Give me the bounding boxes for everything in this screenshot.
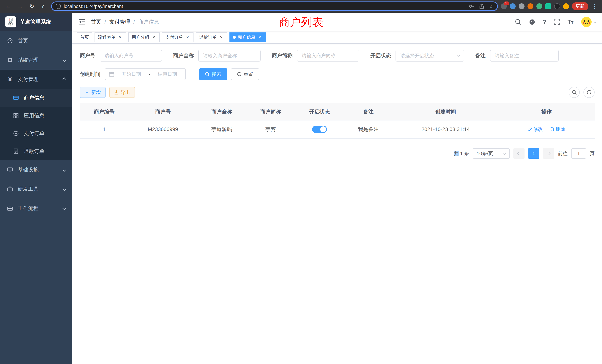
bookmark-star-icon[interactable]: ☆: [489, 3, 493, 10]
share-icon[interactable]: [479, 3, 484, 9]
browser-toolbar: ← → ↻ ⌂ i localhost:1024/pay/merchant ☆ …: [0, 0, 602, 13]
table-header-row: 商户编号 商户号 商户全称 商户简称 开启状态 备注 创建时间 操作: [80, 103, 595, 120]
browser-menu-icon[interactable]: ⋮: [591, 3, 598, 10]
goto-page-input[interactable]: [571, 148, 586, 159]
sidebar-item-workflow[interactable]: 工作流程: [0, 199, 72, 218]
cell-merchant-no: M233666999: [129, 120, 197, 139]
col-merchant-no: 商户号: [129, 103, 197, 120]
refresh-button[interactable]: [583, 87, 595, 98]
search-button[interactable]: 搜索: [199, 68, 227, 80]
tag-process-form[interactable]: 流程表单 ×: [95, 32, 126, 42]
active-dot: [233, 36, 236, 39]
document-icon: [13, 148, 19, 154]
annotation-text: 商户列表: [279, 15, 323, 30]
extension-icon[interactable]: 10: [501, 3, 507, 9]
breadcrumb-current: 商户信息: [138, 18, 159, 25]
close-icon[interactable]: ×: [151, 35, 156, 40]
back-icon[interactable]: ←: [4, 2, 13, 11]
main-area: 首页 / 支付管理 / 商户信息 ?: [72, 13, 602, 364]
close-icon[interactable]: ×: [219, 35, 224, 40]
breadcrumb-payment[interactable]: 支付管理: [109, 18, 130, 25]
extension-icon[interactable]: [527, 3, 533, 9]
close-icon[interactable]: ×: [257, 35, 262, 40]
export-button[interactable]: 导出: [109, 87, 135, 98]
tag-refund-order[interactable]: 退款订单 ×: [196, 32, 227, 42]
create-time-label: 创建时间: [80, 71, 100, 78]
merchant-no-input[interactable]: [100, 50, 162, 62]
col-remark: 备注: [344, 103, 393, 120]
home-icon[interactable]: ⌂: [39, 2, 48, 11]
screen: ← → ↻ ⌂ i localhost:1024/pay/merchant ☆ …: [0, 0, 602, 364]
chrome-update-button[interactable]: 更新: [572, 2, 588, 10]
cell-short-name: 芋艿: [246, 120, 295, 139]
fullscreen-icon[interactable]: [554, 19, 560, 25]
help-icon[interactable]: ?: [543, 19, 547, 25]
forward-icon[interactable]: →: [16, 2, 24, 11]
delete-link[interactable]: 删除: [550, 126, 565, 132]
tag-user-group[interactable]: 用户分组 ×: [128, 32, 160, 42]
status-select[interactable]: [396, 50, 464, 62]
status-toggle[interactable]: [312, 126, 327, 133]
close-icon[interactable]: ×: [185, 35, 190, 40]
sidebar-item-app-info[interactable]: 应用信息: [0, 107, 72, 125]
reload-icon[interactable]: ↻: [27, 2, 36, 11]
next-page-button[interactable]: [543, 148, 554, 159]
page-number-1[interactable]: 1: [528, 148, 539, 159]
extension-icon[interactable]: [554, 3, 560, 9]
page-info-icon[interactable]: i: [56, 4, 61, 9]
tag-merchant-info[interactable]: 商户信息 ×: [229, 32, 266, 42]
remark-label: 备注: [475, 52, 486, 59]
remark-input[interactable]: [490, 50, 559, 62]
filter-row-1: 商户号 商户全称 商户简称 开启状态: [80, 50, 595, 62]
merchant-no-label: 商户号: [80, 52, 95, 59]
cell-full-name: 芋道源码: [197, 120, 246, 139]
close-icon[interactable]: ×: [118, 35, 123, 40]
search-icon[interactable]: [515, 19, 521, 25]
password-key-icon[interactable]: [469, 3, 475, 9]
breadcrumb: 首页 / 支付管理 / 商户信息: [91, 18, 159, 25]
reset-button[interactable]: 重置: [231, 68, 259, 80]
create-time-range-picker[interactable]: 开始日期 - 结束日期: [105, 68, 186, 80]
address-bar[interactable]: i localhost:1024/pay/merchant ☆: [51, 1, 498, 11]
sidebar-item-payment[interactable]: ¥ 支付管理: [0, 70, 72, 89]
full-name-input[interactable]: [198, 50, 261, 62]
extension-icon[interactable]: [519, 3, 525, 9]
sidebar-item-pay-order[interactable]: 支付订单: [0, 125, 72, 142]
profile-avatar-icon[interactable]: [563, 3, 569, 9]
tag-home[interactable]: 首页: [77, 32, 92, 42]
sidebar-item-system[interactable]: 系统管理: [0, 50, 72, 70]
status-label: 开启状态: [370, 52, 391, 59]
chevron-down-icon: [594, 21, 596, 23]
font-size-icon[interactable]: TT: [568, 19, 573, 25]
short-name-input[interactable]: [297, 50, 359, 62]
sidebar-item-merchant-info[interactable]: 商户信息: [0, 89, 72, 107]
tag-pay-order[interactable]: 支付订单 ×: [162, 32, 194, 42]
user-menu[interactable]: [581, 16, 596, 27]
page-size-select[interactable]: 10条/页: [473, 148, 510, 159]
collapse-sidebar-icon[interactable]: [78, 19, 86, 25]
breadcrumb-home[interactable]: 首页: [91, 18, 101, 25]
menu-group-payment: ¥ 支付管理 商户信息 应用信息: [0, 70, 72, 160]
toggle-search-button[interactable]: [569, 87, 580, 98]
app-logo[interactable]: 🐰 芋道管理系统: [0, 13, 72, 31]
extension-icon[interactable]: [510, 3, 516, 9]
sidebar-item-infra[interactable]: 基础设施: [0, 160, 72, 179]
avatar: [581, 16, 592, 27]
github-icon[interactable]: [529, 19, 536, 25]
edit-link[interactable]: 修改: [528, 126, 543, 132]
tags-view: 首页 流程表单 × 用户分组 × 支付订单 × 退款订单 ×: [72, 31, 602, 44]
gear-icon: [7, 57, 13, 63]
extension-icon[interactable]: [545, 3, 551, 9]
extension-icon[interactable]: [536, 3, 542, 9]
full-name-label: 商户全称: [173, 52, 194, 59]
chevron-up-icon: [63, 77, 66, 81]
sidebar-item-devtools[interactable]: 研发工具: [0, 179, 72, 199]
goto-label: 前往: [558, 150, 568, 157]
col-merchant-id: 商户编号: [80, 103, 129, 120]
end-date-placeholder: 结束日期: [153, 71, 182, 77]
top-navbar: 首页 / 支付管理 / 商户信息 ?: [72, 13, 602, 31]
sidebar-item-refund-order[interactable]: 退款订单: [0, 142, 72, 160]
prev-page-button[interactable]: [513, 148, 525, 159]
sidebar-item-home[interactable]: 首页: [0, 31, 72, 50]
add-button[interactable]: ＋ 新增: [80, 87, 106, 98]
